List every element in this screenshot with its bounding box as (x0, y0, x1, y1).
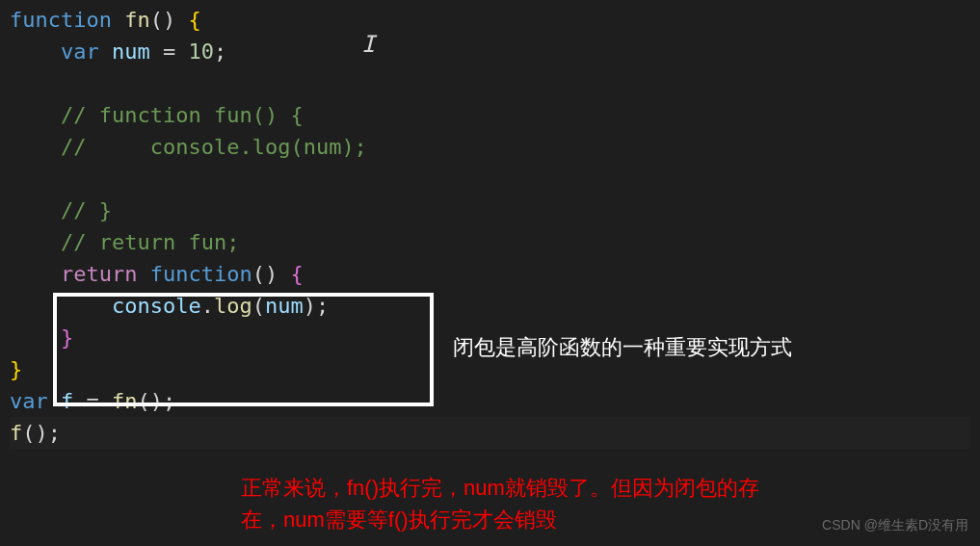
equals: = (150, 39, 189, 64)
console-object: console (112, 294, 201, 318)
parens: () (22, 421, 48, 445)
annotation-line-2: 在，num需要等f()执行完才会销毁 (241, 504, 759, 535)
indent (10, 103, 61, 127)
indent (10, 198, 61, 222)
code-line-7[interactable]: // } (10, 195, 970, 226)
code-line-2[interactable]: var num = 10; (10, 36, 970, 67)
comment: // function fun() { (61, 103, 304, 127)
code-line-8[interactable]: // return fun; (10, 226, 970, 258)
keyword-function: function (10, 8, 112, 32)
parens: () (252, 262, 278, 286)
parens: () (138, 389, 164, 413)
comment: // } (61, 198, 112, 222)
code-line-3[interactable] (10, 67, 970, 99)
watermark-text: CSDN @维生素D没有用 (822, 517, 968, 534)
function-call-f: f (10, 421, 22, 445)
function-name: fn (124, 8, 150, 32)
close-brace: } (61, 325, 73, 350)
annotation-line-1: 正常来说，fn()执行完，num就销毁了。但因为闭包的存 (241, 472, 759, 504)
keyword-function: function (137, 262, 252, 286)
semicolon: ; (214, 39, 226, 64)
equals: = (73, 389, 112, 413)
semicolon: ; (316, 294, 329, 318)
number-10: 10 (188, 39, 214, 64)
comment: // return fun; (61, 230, 239, 254)
dot: . (201, 294, 214, 318)
code-line-10[interactable]: console.log(num); (10, 290, 970, 322)
comment: // console.log(num); (61, 135, 367, 159)
code-line-6[interactable] (10, 163, 970, 195)
text-cursor-icon: I (361, 31, 375, 58)
annotation-lifecycle-explanation: 正常来说，fn()执行完，num就销毁了。但因为闭包的存 在，num需要等f()… (241, 472, 759, 535)
code-line-1[interactable]: function fn() { (10, 4, 970, 36)
parens: () (150, 8, 176, 32)
indent (10, 325, 61, 350)
log-method: log (214, 294, 252, 318)
annotation-closure-explanation: 闭包是高阶函数的一种重要实现方式 (453, 333, 792, 362)
rparen: ) (304, 294, 316, 318)
indent (10, 262, 61, 286)
semicolon: ; (163, 389, 175, 413)
code-line-13[interactable]: var f = fn(); (10, 385, 970, 417)
function-call-fn: fn (112, 389, 138, 413)
code-line-5[interactable]: // console.log(num); (10, 131, 970, 163)
keyword-return: return (61, 262, 137, 286)
lparen: ( (252, 294, 265, 318)
indent (10, 135, 61, 159)
arg-num: num (265, 294, 304, 318)
indent (10, 39, 61, 64)
semicolon: ; (48, 421, 61, 445)
close-brace: } (10, 357, 22, 381)
code-line-9[interactable]: return function() { (10, 258, 970, 290)
variable-f: f (48, 389, 74, 413)
code-line-4[interactable]: // function fun() { (10, 99, 970, 131)
variable-num: num (99, 39, 150, 64)
code-editor[interactable]: function fn() { var num = 10; // functio… (0, 0, 980, 453)
indent (10, 294, 112, 318)
keyword-var: var (10, 389, 48, 413)
indent (10, 230, 61, 254)
open-brace: { (175, 8, 201, 32)
open-brace: { (278, 262, 304, 286)
keyword-var: var (61, 39, 99, 64)
code-line-14[interactable]: f(); (10, 417, 970, 449)
